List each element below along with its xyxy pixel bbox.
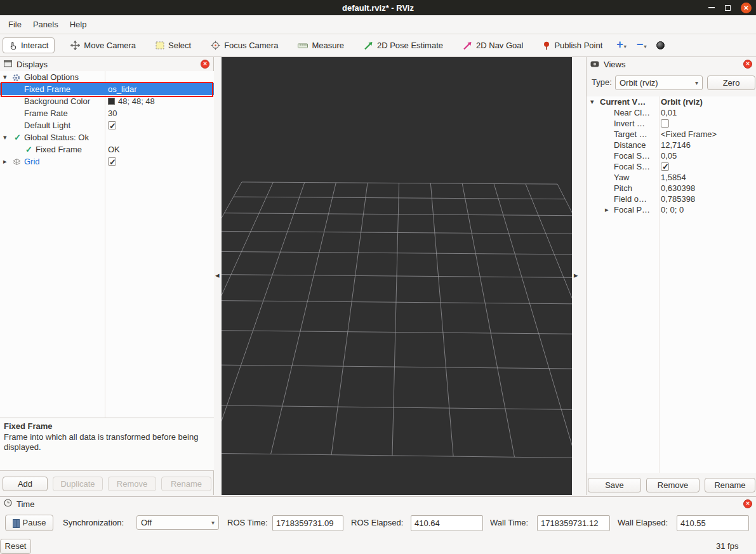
rename-button[interactable]: Rename (161, 477, 211, 491)
tree-value[interactable]: 1,5854 (661, 172, 686, 183)
add-button[interactable]: Add (3, 477, 48, 491)
tree-row-field-of-view[interactable]: Field o… 0,785398 (587, 194, 756, 204)
close-panel-icon[interactable]: ✕ (743, 499, 752, 508)
move-camera-icon (70, 41, 80, 50)
tool-select[interactable]: Select (150, 38, 197, 53)
tree-row-distance[interactable]: Distance 12,7146 (587, 140, 756, 150)
wall-time-field[interactable]: 1718359731.12 (537, 515, 610, 531)
crosshair-icon (211, 41, 220, 50)
close-panel-icon[interactable]: ✕ (201, 60, 209, 69)
close-panel-icon[interactable]: ✕ (743, 60, 752, 69)
chevron-down-icon[interactable] (590, 96, 598, 107)
view-type-dropdown[interactable]: Orbit (rviz) (615, 76, 703, 90)
tree-label: Yaw (614, 172, 629, 183)
tree-label: Fixed Frame (24, 83, 70, 95)
zero-button[interactable]: Zero (707, 76, 755, 90)
chevron-right-icon[interactable] (605, 204, 613, 215)
status-ok-icon (25, 143, 32, 155)
collapse-left-icon[interactable]: ◂ (215, 271, 220, 279)
tree-row-default-light[interactable]: Default Light (0, 119, 214, 131)
tool-move-camera[interactable]: Move Camera (65, 38, 142, 53)
pause-icon (13, 519, 20, 527)
tree-label: Default Light (24, 119, 70, 131)
tree-label: Target … (614, 129, 647, 140)
grid-display-icon (13, 157, 21, 169)
tree-row-current-view[interactable]: Current V… Orbit (rviz) (587, 96, 756, 107)
tool-publish-point[interactable]: Publish Point (537, 38, 608, 53)
rename-button[interactable]: Rename (705, 478, 755, 492)
add-tool-button[interactable]: + (616, 39, 627, 52)
time-panel-title: Time (17, 499, 34, 509)
grid-enabled-checkbox[interactable] (108, 157, 116, 166)
fixed-frame-value[interactable]: os_lidar (108, 83, 137, 95)
render-view[interactable] (222, 57, 572, 495)
tree-row-frame-rate[interactable]: Frame Rate 30 (0, 107, 214, 119)
background-color-value[interactable]: 48; 48; 48 (118, 95, 155, 107)
menu-help[interactable]: Help (64, 18, 93, 31)
type-label: Type: (592, 75, 612, 90)
tool-2d-pose-estimate[interactable]: 2D Pose Estimate (358, 38, 449, 53)
tree-row-target-frame[interactable]: Target … <Fixed Frame> (587, 129, 756, 140)
tree-row-yaw[interactable]: Yaw 1,5854 (587, 172, 756, 183)
focal-shape-checkbox[interactable] (661, 162, 669, 171)
tree-row-near-clip[interactable]: Near Cl… 0,01 (587, 107, 756, 118)
wall-elapsed-field[interactable]: 410.55 (677, 515, 749, 531)
tree-row-global-options[interactable]: Global Options (0, 71, 214, 83)
chevron-right-icon[interactable] (3, 155, 11, 168)
close-button[interactable]: ✕ (741, 3, 752, 13)
duplicate-button[interactable]: Duplicate (53, 477, 103, 491)
clock-icon (4, 499, 12, 509)
menu-panels[interactable]: Panels (27, 18, 64, 31)
remove-button[interactable]: Remove (646, 478, 700, 492)
chevron-down-icon[interactable] (3, 131, 11, 143)
time-controls-row: Pause Synchronization: Off ROS Time: 171… (0, 513, 756, 532)
frame-rate-value[interactable]: 30 (108, 107, 117, 119)
tree-row-focal-shape-fixed[interactable]: Focal S… (587, 161, 756, 172)
tree-row-fixed-frame-status[interactable]: Fixed Frame OK (0, 143, 214, 155)
tree-value[interactable]: 0,785398 (661, 194, 695, 204)
titlebar: default.rviz* - RViz ✕ (0, 0, 756, 15)
tree-value[interactable]: <Fixed Frame> (661, 129, 717, 140)
sphere-icon[interactable] (656, 41, 665, 49)
tree-row-background-color[interactable]: Background Color 48; 48; 48 (0, 95, 214, 107)
chevron-down-icon[interactable] (3, 71, 11, 83)
maximize-button[interactable] (725, 5, 731, 11)
tree-value[interactable]: 0; 0; 0 (661, 204, 684, 215)
views-tree: Current V… Orbit (rviz) Near Cl… 0,01 In… (587, 96, 756, 473)
tree-row-grid[interactable]: Grid (0, 155, 214, 168)
tree-row-fixed-frame[interactable]: Fixed Frame os_lidar (0, 83, 214, 95)
reset-button[interactable]: Reset (0, 539, 31, 554)
tree-value[interactable]: 0,01 (661, 107, 677, 118)
remove-tool-button[interactable]: − (637, 39, 647, 52)
tool-interact[interactable]: Interact (3, 37, 55, 53)
ros-elapsed-field[interactable]: 410.64 (411, 515, 483, 531)
save-button[interactable]: Save (588, 478, 641, 492)
color-swatch[interactable] (108, 98, 115, 105)
chevron-down-icon (211, 516, 215, 529)
time-panel-header: Time ✕ (0, 497, 756, 511)
tree-value[interactable]: 0,630398 (661, 183, 695, 194)
collapse-right-icon[interactable]: ▸ (574, 271, 578, 279)
tree-value[interactable]: 0,05 (661, 150, 677, 161)
tool-2d-nav-goal[interactable]: 2D Nav Goal (457, 38, 529, 53)
tree-row-focal-point[interactable]: Focal P… 0; 0; 0 (587, 204, 756, 215)
invert-z-checkbox[interactable] (661, 119, 669, 128)
tree-value[interactable]: 12,7146 (661, 140, 691, 150)
pause-button[interactable]: Pause (5, 515, 53, 531)
sync-dropdown[interactable]: Off (136, 515, 219, 530)
tree-row-global-status[interactable]: Global Status: Ok (0, 131, 214, 143)
tree-row-focal-shape-size[interactable]: Focal S… 0,05 (587, 150, 756, 161)
ros-time-field[interactable]: 1718359731.09 (272, 515, 343, 531)
menu-file[interactable]: File (3, 18, 27, 31)
tool-measure[interactable]: Measure (292, 38, 350, 53)
tree-row-pitch[interactable]: Pitch 0,630398 (587, 183, 756, 194)
tool-focus-camera[interactable]: Focus Camera (205, 38, 284, 53)
time-panel: Time ✕ Pause Synchronization: Off ROS Ti… (0, 496, 756, 554)
views-type-row: Type: Orbit (rviz) Zero (587, 75, 756, 91)
minimize-button[interactable] (708, 7, 715, 8)
tool-label: Measure (312, 41, 344, 50)
chevron-down-icon (644, 44, 646, 49)
remove-button[interactable]: Remove (108, 477, 156, 491)
default-light-checkbox[interactable] (108, 121, 116, 129)
tree-row-invert-z[interactable]: Invert … (587, 118, 756, 129)
